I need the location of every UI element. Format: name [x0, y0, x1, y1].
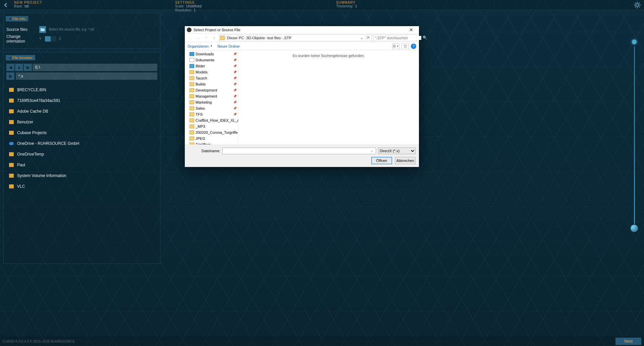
- list-item[interactable]: 7169f53ce478a34ac591: [9, 95, 156, 106]
- source-files-label: Source files: [6, 27, 37, 32]
- list-item[interactable]: VLC: [9, 181, 156, 192]
- settings-gear-button[interactable]: [631, 0, 644, 10]
- dialog-titlebar[interactable]: Select Project or Source File ✕: [185, 26, 419, 34]
- axis-left-label: Y: [39, 37, 42, 41]
- list-item-label: OneDrive - RUHRSOURCE GmbH: [17, 141, 79, 146]
- footer-bar: CUR3D ® 2.0.4.3 © 2015–2020 RUHRSOURCE N…: [0, 337, 644, 346]
- list-item[interactable]: Adobe Cache DB: [9, 106, 156, 117]
- list-item[interactable]: OneDrive - RUHRSOURCE GmbH: [9, 138, 156, 149]
- dialog-title: Select Project or Source File: [194, 28, 404, 32]
- tree-node[interactable]: Downloads📌: [185, 51, 238, 57]
- svg-point-0: [636, 4, 639, 6]
- new-folder-button[interactable]: Neuer Ordner: [217, 44, 240, 48]
- nav-up-button[interactable]: ↑: [211, 36, 218, 40]
- list-item[interactable]: OneDriveTemp: [9, 149, 156, 160]
- nav-recent-dropdown[interactable]: ▾: [203, 36, 210, 39]
- list-item[interactable]: $RECYCLE.BIN: [9, 84, 156, 95]
- top-bar: NEW PROJECT Base: tall SETTINGS Scale: U…: [0, 0, 644, 10]
- tree-node[interactable]: Tausch📌: [185, 75, 238, 81]
- axis-track[interactable]: [634, 46, 635, 224]
- tree-node[interactable]: Dokumente📌: [185, 57, 238, 63]
- back-button[interactable]: [0, 0, 11, 10]
- tree-node[interactable]: Bilder📌: [185, 63, 238, 69]
- filter-input[interactable]: [16, 72, 157, 80]
- breadcrumb-item[interactable]: test files: [267, 36, 281, 40]
- tree-node-label: Dokumente: [196, 58, 214, 62]
- svg-line-6: [639, 6, 640, 7]
- panel-title: File browser: [12, 56, 33, 60]
- chevron-left-icon: ◀: [8, 56, 11, 60]
- browse-source-button[interactable]: [39, 26, 46, 33]
- path-input[interactable]: [33, 64, 157, 71]
- tree-node[interactable]: Marketing📌: [185, 99, 238, 105]
- nav-up-button[interactable]: ▲: [15, 64, 23, 71]
- tree-node[interactable]: JPEG: [185, 135, 238, 141]
- search-box[interactable]: 🔍: [373, 35, 417, 41]
- chevron-down-icon[interactable]: ⌄: [370, 149, 375, 152]
- chevron-right-icon: ›: [225, 36, 226, 40]
- file-browser-header[interactable]: ◀ File browser: [6, 55, 35, 60]
- open-button[interactable]: Öffnen: [371, 157, 392, 164]
- nav-back-button[interactable]: ◀: [6, 64, 14, 71]
- chevron-right-icon: ›: [281, 36, 282, 40]
- tab-new-project[interactable]: NEW PROJECT Base: tall: [11, 0, 172, 10]
- folder-icon: [190, 118, 194, 122]
- tree-node[interactable]: Sales📌: [185, 105, 238, 111]
- folder-icon: [190, 136, 194, 140]
- next-button[interactable]: Next: [615, 338, 641, 345]
- folder-tree[interactable]: Downloads📌Dokumente📌Bilder📌Models📌Tausch…: [185, 50, 238, 145]
- axis-top-handle[interactable]: [632, 40, 637, 44]
- folder-icon: [9, 131, 14, 135]
- search-icon: 🔍: [423, 36, 427, 40]
- breadcrumb-item[interactable]: 3D-Objekte: [246, 36, 265, 40]
- list-item[interactable]: System Volume Information: [9, 170, 156, 181]
- file-browser-panel: ◀ File browser ◀ ▲ ▶ ▶ $RECYCLE.BIN7169f…: [3, 52, 160, 264]
- tab-settings[interactable]: SETTINGS Scale: Undefined Resolution: 1: [172, 0, 333, 10]
- breadcrumb-dropdown[interactable]: ⌄: [359, 36, 365, 40]
- search-input[interactable]: [375, 36, 421, 40]
- breadcrumb-item[interactable]: Dieser PC: [227, 36, 244, 40]
- tab-summary[interactable]: SUMMARY Thickening: 1: [333, 0, 494, 10]
- folder-icon: [190, 52, 194, 56]
- tree-node-label: JPEG: [196, 136, 205, 140]
- cloud-icon: [9, 142, 14, 145]
- axis-right-label: Z: [59, 37, 61, 41]
- list-item[interactable]: Benutzer: [9, 117, 156, 127]
- tree-node[interactable]: Models📌: [185, 69, 238, 75]
- help-button[interactable]: ?: [411, 44, 416, 49]
- close-button[interactable]: ✕: [406, 27, 417, 33]
- tree-node[interactable]: _MP3: [185, 123, 238, 129]
- filter-go-button[interactable]: ▶: [6, 72, 14, 80]
- cancel-button[interactable]: Abbrechen: [395, 157, 416, 164]
- file-view-area[interactable]: Es wurden keine Suchergebnisse gefunden.: [238, 50, 419, 145]
- tree-node[interactable]: Development📌: [185, 87, 238, 93]
- orientation-toggle[interactable]: [45, 36, 56, 42]
- dialog-nav: ← → ▾ ↑ › Dieser PC › 3D-Objekte › test …: [185, 34, 419, 42]
- tree-node[interactable]: Türöffner: [185, 141, 238, 145]
- axis-bottom-handle[interactable]: [631, 225, 638, 232]
- organize-menu[interactable]: Organisieren▼: [187, 44, 213, 48]
- preview-pane-button[interactable]: ◫: [401, 43, 409, 49]
- folder-icon: [190, 58, 194, 62]
- nav-forward-button[interactable]: →: [195, 36, 202, 40]
- tree-node[interactable]: 200320_Corona_Turgriffe: [185, 129, 238, 135]
- tree-node[interactable]: TFS📌: [185, 111, 238, 117]
- list-item[interactable]: Paul: [9, 160, 156, 170]
- refresh-button[interactable]: ⟳: [365, 36, 371, 40]
- tree-node[interactable]: CrafBot_Flow_IDEX_XL_AME📌: [185, 117, 238, 123]
- nav-back-button[interactable]: ←: [187, 36, 194, 40]
- breadcrumb-item[interactable]: .STP: [283, 36, 291, 40]
- file-type-filter[interactable]: DirectX (*.x): [378, 148, 416, 154]
- pin-icon: 📌: [233, 89, 237, 92]
- dialog-bottom: Dateiname: ⌄ DirectX (*.x) Öffnen Abbrec…: [185, 145, 419, 167]
- filename-combo[interactable]: ⌄: [222, 148, 376, 154]
- tree-node-label: Türöffner: [196, 142, 210, 145]
- file-info-header[interactable]: ◀ File info: [6, 16, 28, 21]
- tree-node[interactable]: Management📌: [185, 93, 238, 99]
- tree-node[interactable]: Builds📌: [185, 81, 238, 87]
- nav-forward-button[interactable]: ▶: [24, 64, 32, 71]
- view-mode-button[interactable]: ☰▼: [392, 43, 399, 49]
- list-item[interactable]: Cubase Projects: [9, 127, 156, 138]
- filename-input[interactable]: [223, 148, 370, 154]
- breadcrumb-bar[interactable]: › Dieser PC › 3D-Objekte › test files › …: [219, 35, 372, 41]
